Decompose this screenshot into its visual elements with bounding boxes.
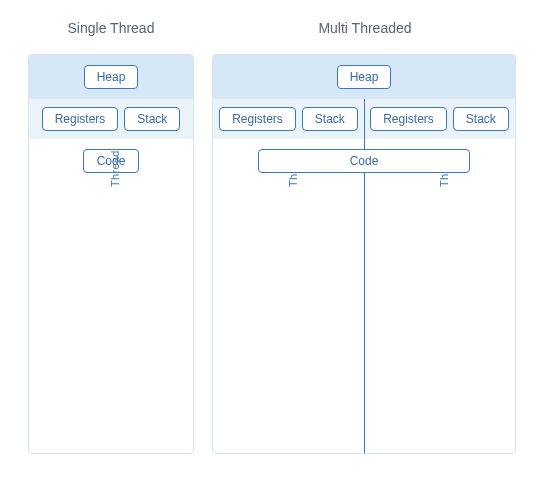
registers-stack-pair: Registers Stack	[219, 107, 358, 131]
registers-chip: Registers	[370, 107, 447, 131]
thread-label: Thread	[109, 150, 121, 187]
registers-stack-pair: Registers Stack	[42, 107, 181, 131]
body-single: Code Thread	[29, 139, 193, 453]
titles-row: Single Thread Multi Threaded	[28, 20, 516, 36]
heap-chip: Heap	[337, 65, 392, 89]
stack-chip: Stack	[302, 107, 358, 131]
heap-band-single: Heap	[29, 55, 193, 99]
panel-single-thread: Heap Registers Stack Code Thread	[28, 54, 194, 454]
title-single-thread: Single Thread	[28, 20, 194, 36]
divider-line-icon	[364, 139, 365, 453]
code-area-single: Code Thread	[29, 139, 193, 173]
code-chip: Code	[258, 149, 469, 173]
stack-chip: Stack	[124, 107, 180, 131]
stack-chip: Stack	[453, 107, 509, 131]
registers-stack-pair: Registers Stack	[370, 107, 509, 131]
title-multi-threaded: Multi Threaded	[194, 20, 516, 36]
registers-chip: Registers	[219, 107, 296, 131]
heap-chip: Heap	[84, 65, 139, 89]
heap-band-multi: Heap	[213, 55, 515, 99]
registers-chip: Registers	[42, 107, 119, 131]
code-area-multi: Code Thread Thread	[213, 139, 515, 173]
registers-band-single: Registers Stack	[29, 99, 193, 139]
body-multi: Code Thread Thread	[213, 139, 515, 453]
panel-multi-threaded: Heap Registers Stack Registers Stack Cod…	[212, 54, 516, 454]
registers-band-multi: Registers Stack Registers Stack	[213, 99, 515, 139]
divider-line-icon	[364, 99, 365, 139]
panels-row: Heap Registers Stack Code Thread Heap Re…	[28, 54, 516, 454]
